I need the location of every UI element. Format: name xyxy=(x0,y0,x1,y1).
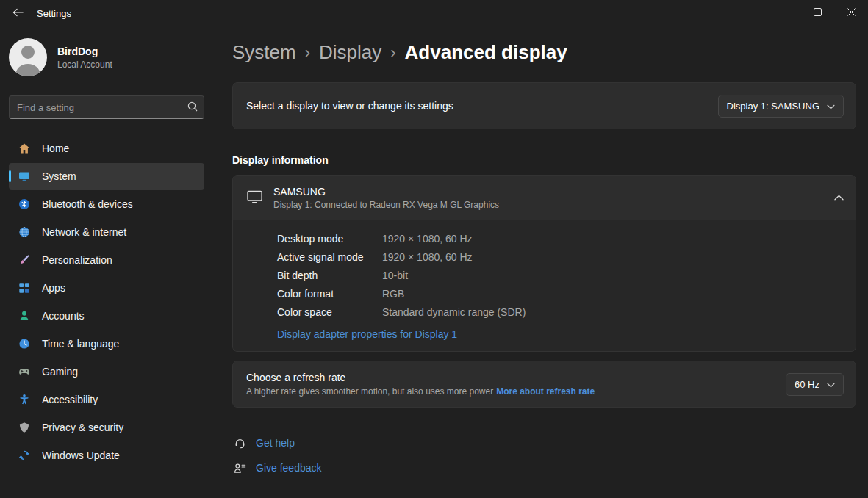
give-feedback-row[interactable]: Give feedback xyxy=(232,459,856,477)
accessibility-person-icon xyxy=(18,394,30,406)
info-row-active-signal-mode: Active signal mode 1920 × 1080, 60 Hz xyxy=(277,248,844,266)
select-display-label: Select a display to view or change its s… xyxy=(246,100,453,112)
breadcrumb-separator: › xyxy=(390,42,395,62)
sidebar-item-accounts[interactable]: Accounts xyxy=(9,303,204,329)
display-info-expander: SAMSUNG Display 1: Connected to Radeon R… xyxy=(232,175,856,352)
maximize-icon xyxy=(814,7,822,18)
refresh-rate-title: Choose a refresh rate xyxy=(246,372,595,383)
get-help-row[interactable]: Get help xyxy=(232,434,856,452)
sidebar: BirdDog Local Account Home xyxy=(0,26,213,498)
network-globe-icon xyxy=(18,226,30,239)
personalization-brush-icon xyxy=(18,254,30,267)
windows-update-icon xyxy=(18,450,30,462)
info-row-color-format: Color format RGB xyxy=(277,284,844,303)
sidebar-item-privacy-security[interactable]: Privacy & security xyxy=(9,414,204,441)
search-box xyxy=(9,95,204,119)
sidebar-item-accessibility[interactable]: Accessibility xyxy=(9,386,204,413)
sidebar-nav: Home System Bluetooth & devices xyxy=(9,135,209,469)
breadcrumb-display[interactable]: Display xyxy=(319,41,381,64)
chevron-up-icon[interactable] xyxy=(834,195,844,201)
user-account-type: Local Account xyxy=(57,59,112,70)
refresh-rate-subtitle: A higher rate gives smoother motion, but… xyxy=(246,386,595,397)
display-connection-info: Display 1: Connected to Radeon RX Vega M… xyxy=(273,200,499,210)
settings-window: Settings xyxy=(0,0,868,498)
sidebar-item-bluetooth-devices[interactable]: Bluetooth & devices xyxy=(9,191,204,217)
clock-icon xyxy=(18,338,30,350)
give-feedback-link[interactable]: Give feedback xyxy=(256,462,322,474)
info-row-color-space: Color space Standard dynamic range (SDR) xyxy=(277,303,844,321)
gamepad-icon xyxy=(18,366,30,378)
accounts-person-icon xyxy=(18,310,30,322)
more-about-refresh-rate-link[interactable]: More about refresh rate xyxy=(496,386,595,397)
shield-icon xyxy=(18,422,30,434)
sidebar-item-gaming[interactable]: Gaming xyxy=(9,358,204,385)
maximize-button[interactable] xyxy=(800,0,834,25)
chevron-down-icon xyxy=(827,104,835,109)
window-controls xyxy=(767,0,868,25)
main-content: System › Display › Advanced display Sele… xyxy=(213,26,868,498)
user-account[interactable]: BirdDog Local Account xyxy=(9,34,209,78)
sidebar-item-apps[interactable]: Apps xyxy=(9,275,204,301)
display-info-expander-header[interactable]: SAMSUNG Display 1: Connected to Radeon R… xyxy=(233,176,856,220)
search-input[interactable] xyxy=(9,95,204,119)
get-help-link[interactable]: Get help xyxy=(256,437,295,449)
footer-links: Get help Give feedback xyxy=(232,434,856,477)
user-name: BirdDog xyxy=(57,46,112,57)
refresh-rate-card: Choose a refresh rate A higher rate give… xyxy=(232,361,856,408)
display-info-details: Desktop mode 1920 × 1080, 60 Hz Active s… xyxy=(233,220,856,351)
search-icon xyxy=(187,101,198,114)
get-help-icon xyxy=(232,437,247,450)
sidebar-item-home[interactable]: Home xyxy=(9,135,204,162)
back-button[interactable] xyxy=(3,1,32,25)
refresh-rate-dropdown[interactable]: 60 Hz xyxy=(786,373,844,396)
minimize-icon xyxy=(780,7,788,18)
chevron-down-icon xyxy=(827,383,835,388)
sidebar-item-system[interactable]: System xyxy=(9,163,204,190)
display-select-dropdown[interactable]: Display 1: SAMSUNG xyxy=(718,95,844,118)
breadcrumb-system[interactable]: System xyxy=(232,41,296,64)
display-information-title: Display information xyxy=(232,154,856,166)
close-button[interactable] xyxy=(834,0,868,25)
back-icon xyxy=(12,8,24,19)
sidebar-item-personalization[interactable]: Personalization xyxy=(9,247,204,273)
minimize-button[interactable] xyxy=(767,0,800,25)
select-display-card: Select a display to view or change its s… xyxy=(232,82,856,129)
home-icon xyxy=(18,142,30,155)
close-icon xyxy=(847,7,856,18)
info-row-desktop-mode: Desktop mode 1920 × 1080, 60 Hz xyxy=(277,229,844,248)
sidebar-item-windows-update[interactable]: Windows Update xyxy=(9,442,204,469)
window-title: Settings xyxy=(37,8,71,19)
display-adapter-properties-link[interactable]: Display adapter properties for Display 1 xyxy=(277,328,457,340)
feedback-icon xyxy=(232,462,247,474)
display-name: SAMSUNG xyxy=(273,186,499,198)
monitor-icon xyxy=(246,189,263,206)
breadcrumb-separator: › xyxy=(305,42,310,62)
sidebar-item-time-language[interactable]: Time & language xyxy=(9,331,204,357)
page-title: Advanced display xyxy=(405,41,567,64)
breadcrumb: System › Display › Advanced display xyxy=(232,38,856,66)
bluetooth-icon xyxy=(18,198,30,211)
info-row-bit-depth: Bit depth 10-bit xyxy=(277,266,844,284)
avatar xyxy=(9,38,47,76)
sidebar-item-network-internet[interactable]: Network & internet xyxy=(9,219,204,245)
titlebar: Settings xyxy=(0,0,868,26)
apps-grid-icon xyxy=(18,282,30,295)
system-icon xyxy=(18,170,30,183)
